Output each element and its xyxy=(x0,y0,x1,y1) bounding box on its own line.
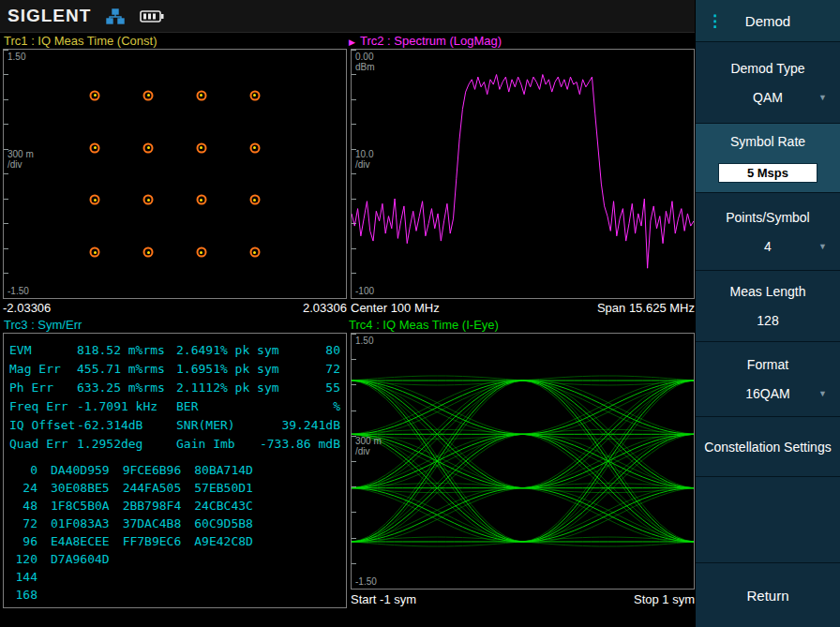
hex-group: 1F8C5B0A xyxy=(51,499,110,513)
err-cell: IQ Offset xyxy=(9,418,77,432)
axis-caption-row-2: Start -1 sym Stop 1 sym xyxy=(351,590,695,608)
vsa-screen: SIGLENT Trc1 : IQ Meas Time (Const) ▶Trc… xyxy=(0,0,840,627)
hex-row-24: 2430E08BE5244FA50557EB50D1 xyxy=(9,479,340,497)
hex-group: 244FA505 xyxy=(123,481,182,495)
battery-icon xyxy=(140,9,164,23)
hex-row-index: 168 xyxy=(9,588,38,602)
trc1-x-min: -2.03306 xyxy=(3,301,51,315)
err-cell: 455.71 m%rms xyxy=(77,362,176,376)
hex-row-index: 24 xyxy=(9,481,38,495)
constellation-point xyxy=(90,247,100,258)
spectrum-trace xyxy=(352,50,694,298)
hex-row-0: 0DA40D9599FCE6B9680BA714D xyxy=(9,461,340,479)
sym-err-panel: EVM818.52 m%rms2.6491% pk sym80Mag Err45… xyxy=(3,333,347,608)
hex-row-index: 72 xyxy=(9,516,38,530)
err-cell: 2.1112% pk sym xyxy=(176,381,325,395)
hex-row-index: 96 xyxy=(9,534,38,548)
hex-group: DA40D959 xyxy=(51,463,110,477)
eye-column: 1.50 300 m/div -1.50 Start -1 sym Stop 1… xyxy=(351,333,695,608)
err-cell: SNR(MER) xyxy=(176,418,281,432)
err-cell: 55 xyxy=(325,381,340,395)
constellation-point xyxy=(143,247,154,258)
hex-group: 01F083A3 xyxy=(51,516,110,530)
sidebar-item-label: Format xyxy=(747,357,788,372)
sidebar-item-value[interactable]: 5 Msps xyxy=(718,163,818,183)
err-cell: % xyxy=(333,399,340,413)
y-axis-ticks xyxy=(4,50,8,298)
constellation-point xyxy=(143,90,154,100)
eye-diagram-plot[interactable]: 1.50 300 m/div -1.50 xyxy=(351,333,695,590)
hex-row-index: 144 xyxy=(9,570,38,584)
dropdown-caret-icon: ▼ xyxy=(818,389,827,398)
constellation-point xyxy=(249,195,260,205)
return-button[interactable]: Return xyxy=(696,562,840,627)
plot-row-1: 1.50 300 m/div -1.50 0.00dBm 10.0/div -1… xyxy=(0,49,695,299)
return-label: Return xyxy=(746,588,788,604)
trc2-center-freq: Center 100 MHz xyxy=(351,301,440,315)
trc3-title: Trc3 : Sym/Err xyxy=(0,318,348,332)
topbar: SIGLENT xyxy=(0,0,695,33)
hex-row-index: 120 xyxy=(9,552,38,566)
hex-group: A9E42C8D xyxy=(194,534,253,548)
err-cell: Gain Imb xyxy=(176,437,260,451)
menu-title-demod[interactable]: ⋮ Demod xyxy=(696,0,840,42)
sidebar-item-label: Points/Symbol xyxy=(726,210,809,225)
trc1-x-max: 2.03306 xyxy=(303,301,347,315)
sidebar-item-demod-type[interactable]: Demod TypeQAM▼ xyxy=(696,42,840,124)
hex-row-72: 7201F083A337DAC4B860C9D5B8 xyxy=(9,515,340,532)
err-row-mag-err: Mag Err455.71 m%rms1.6951% pk sym72 xyxy=(9,359,340,378)
hex-group: 30E08BE5 xyxy=(51,481,110,495)
hex-row-index: 0 xyxy=(9,463,38,477)
constellation-point xyxy=(196,142,206,153)
trc1-scale-label: 300 m/div xyxy=(8,149,34,170)
constellation-point xyxy=(249,90,260,100)
trace-marker-icon: ▶ xyxy=(349,37,355,47)
constellation-point xyxy=(196,195,206,205)
err-row-quad-err: Quad Err1.2952degGain Imb-733.86 mdB xyxy=(9,434,340,453)
sidebar-item-symbol-rate[interactable]: Symbol Rate5 Msps xyxy=(696,124,840,193)
trace-headers-row-1: Trc1 : IQ Meas Time (Const) ▶Trc2 : Spec… xyxy=(0,33,695,49)
sidebar-item-value: 128 xyxy=(757,313,778,328)
spectrum-plot[interactable]: 0.00dBm 10.0/div -100 xyxy=(351,49,695,299)
trc1-ref-level: 1.50 xyxy=(8,52,25,62)
constellation-point xyxy=(90,142,100,153)
sidebar-item-label: Demod Type xyxy=(730,61,804,76)
err-cell: -733.86 mdB xyxy=(260,437,340,451)
err-row-iq-offset: IQ Offset-62.314dBSNR(MER)39.241dB xyxy=(9,415,340,434)
sidebar-item-constellation-settings[interactable]: Constellation Settings xyxy=(696,417,840,477)
err-cell: 818.52 m%rms xyxy=(77,343,176,357)
trc4-ref-level: 1.50 xyxy=(355,336,373,346)
trc1-title: Trc1 : IQ Meas Time (Const) xyxy=(0,34,348,48)
hex-group: 60C9D5B8 xyxy=(194,516,253,530)
hex-group: 37DAC4B8 xyxy=(123,516,182,530)
constellation-point xyxy=(143,195,154,205)
err-row-freq-err: Freq Err-1.7091 kHzBER% xyxy=(9,396,340,415)
sidebar-item-meas-length[interactable]: Meas Length128 xyxy=(696,271,840,342)
err-cell: Ph Err xyxy=(9,381,77,395)
err-cell: -62.314dB xyxy=(77,418,176,432)
siglent-logo: SIGLENT xyxy=(8,6,91,26)
err-cell: 39.241dB xyxy=(281,418,340,432)
trc2-ref-level: 0.00dBm xyxy=(355,52,375,72)
constellation-plot[interactable]: 1.50 300 m/div -1.50 xyxy=(3,49,347,299)
err-cell: 1.2952deg xyxy=(77,437,176,451)
err-cell: Freq Err xyxy=(9,399,77,413)
hex-group: 24CBC43C xyxy=(194,499,253,513)
sidebar-item-value-row: QAM▼ xyxy=(703,90,832,105)
error-summary-table: EVM818.52 m%rms2.6491% pk sym80Mag Err45… xyxy=(9,340,340,453)
hex-group: E4A8ECEE xyxy=(51,534,110,548)
hex-group: 9FCE6B96 xyxy=(123,463,182,477)
hex-group: 57EB50D1 xyxy=(194,481,253,495)
trc4-x-stop: Stop 1 sym xyxy=(634,592,695,606)
sidebar-item-format[interactable]: Format16QAM▼ xyxy=(696,342,840,417)
sidebar-item-points-symbol[interactable]: Points/Symbol4▼ xyxy=(696,193,840,271)
hex-group: D7A9604D xyxy=(51,552,110,566)
sidebar-item-value-row: 128 xyxy=(703,313,832,328)
hex-row-96: 96E4A8ECEEFF7B9EC6A9E42C8D xyxy=(9,532,340,550)
menu-dots-icon: ⋮ xyxy=(707,11,723,31)
hex-group: 2BB798F4 xyxy=(123,499,182,513)
hex-row-168: 168 xyxy=(9,586,340,604)
constellation-point xyxy=(196,90,206,100)
err-cell: 72 xyxy=(325,362,340,376)
menu-sidebar: ⋮ Demod Demod TypeQAM▼Symbol Rate5 MspsP… xyxy=(695,0,840,627)
